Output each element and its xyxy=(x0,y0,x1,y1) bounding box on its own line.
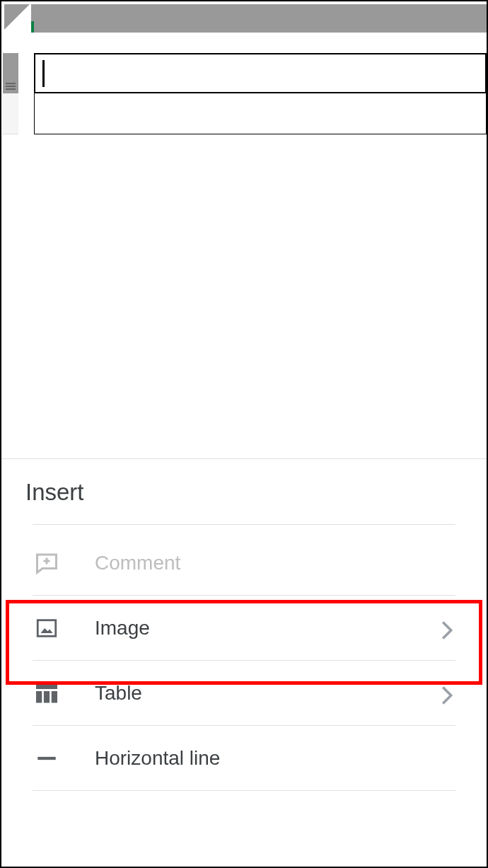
image-icon xyxy=(33,614,61,642)
row-header xyxy=(3,93,18,134)
menu-label: Horizontal line xyxy=(95,747,455,770)
text-cursor xyxy=(42,60,45,87)
menu-label: Image xyxy=(95,617,441,640)
cell[interactable] xyxy=(34,93,487,134)
menu-item-table[interactable]: Table xyxy=(33,661,455,726)
menu-label: Comment xyxy=(95,552,455,574)
divider xyxy=(33,524,455,525)
svg-rect-3 xyxy=(36,683,57,689)
row-header-active xyxy=(3,53,18,93)
horizontal-line-icon xyxy=(33,744,61,772)
menu-item-image[interactable]: Image xyxy=(33,596,455,661)
drag-handle-icon xyxy=(6,83,16,84)
chevron-right-icon xyxy=(441,621,455,635)
svg-rect-5 xyxy=(44,691,50,703)
svg-rect-2 xyxy=(37,620,56,636)
document-editor-area xyxy=(1,1,487,458)
sheet-title: Insert xyxy=(1,459,487,524)
corner-cell xyxy=(4,4,30,30)
chevron-right-icon xyxy=(441,686,455,700)
menu-items-container: Comment Image xyxy=(1,524,487,791)
column-header-bar xyxy=(31,4,487,33)
comment-icon xyxy=(33,549,61,577)
menu-item-horizontal-line[interactable]: Horizontal line xyxy=(33,726,455,791)
svg-rect-4 xyxy=(36,691,42,703)
cursor-marker xyxy=(31,21,34,33)
svg-rect-6 xyxy=(52,691,57,703)
menu-label: Table xyxy=(95,682,441,705)
active-cell[interactable] xyxy=(34,53,487,93)
insert-menu-sheet: Insert Comment Image xyxy=(1,458,487,867)
table-icon xyxy=(33,679,61,707)
menu-item-comment: Comment xyxy=(33,531,455,596)
